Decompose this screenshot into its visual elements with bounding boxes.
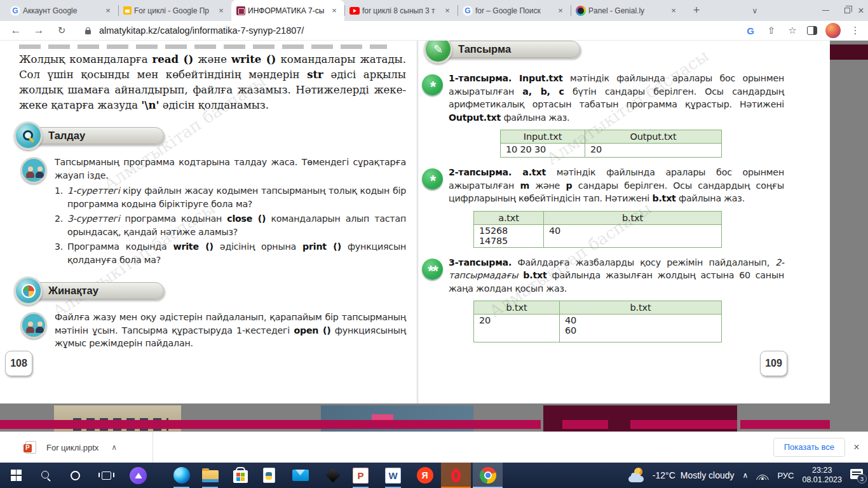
task-2: * 2-тапсырма. a.txt мәтіндік файлында ар…	[420, 166, 818, 205]
table-cell: 40	[544, 224, 722, 247]
notification-center-button[interactable]: 3	[850, 469, 864, 482]
text-segment: b.txt	[652, 193, 675, 203]
tab-google-search[interactable]: G for – Google Поиск ×	[458, 0, 571, 21]
python-file-button[interactable]	[254, 463, 284, 488]
wifi-icon[interactable]	[756, 471, 769, 480]
opera-button[interactable]	[441, 463, 471, 488]
side-panel-icon[interactable]	[807, 26, 817, 35]
text-segment: str	[307, 69, 323, 81]
tab-informatika-7-active[interactable]: ИНФОРМАТИКА 7-сы ×	[231, 0, 344, 21]
browser-toolbar: ← → ↻ almatykitap.kz/catalog/informatika…	[0, 21, 868, 41]
bookmark-star-icon[interactable]: ☆	[786, 25, 799, 36]
word-icon: W	[385, 468, 401, 484]
page-number-109: 109	[760, 351, 787, 376]
task-3-table: b.txtb.txt2040 60	[473, 301, 722, 342]
hidden-icons-caret[interactable]: ∧	[743, 471, 749, 480]
microsoft-store-button[interactable]	[226, 463, 255, 488]
forward-button[interactable]: →	[32, 24, 46, 37]
edge-button[interactable]	[166, 463, 196, 488]
cover-band	[0, 420, 541, 429]
tab-close-icon[interactable]: ×	[329, 6, 339, 16]
alice-assistant-icon	[130, 467, 147, 484]
group-work-icon	[20, 157, 47, 184]
tab-close-icon[interactable]: ×	[216, 6, 226, 16]
back-button[interactable]: ←	[9, 24, 23, 37]
cover-band	[740, 420, 830, 429]
section-synthesis: Жинақтау	[14, 276, 406, 305]
weather-widget[interactable]: -12°C Mostly cloudy	[628, 468, 735, 483]
minimize-button[interactable]	[816, 0, 835, 21]
clock[interactable]: 23:23 08.01.2023	[802, 466, 842, 485]
text-segment: Output.txt	[449, 112, 501, 123]
download-options-caret-icon[interactable]: ∧	[111, 443, 117, 452]
alice-button[interactable]	[123, 463, 153, 488]
book-favicon-icon	[236, 6, 245, 15]
powerpoint-button[interactable]: P	[346, 463, 376, 488]
tab-close-icon[interactable]: ×	[555, 6, 566, 16]
show-all-downloads-button[interactable]: Показать все	[773, 438, 845, 457]
text-segment: write ()	[173, 241, 213, 252]
text-segment: close ()	[227, 214, 266, 224]
download-item[interactable]: For циклі.pptx ∧	[25, 432, 117, 463]
powerpoint-icon: P	[353, 468, 369, 484]
tab-label: for циклі 8 сынып 3 т	[362, 6, 440, 15]
word-button[interactable]: W	[378, 463, 408, 488]
lock-icon[interactable]	[83, 27, 93, 34]
download-bar-close-icon[interactable]: ×	[850, 441, 863, 454]
google-shortcut-icon[interactable]: G	[744, 25, 757, 36]
start-button[interactable]	[1, 463, 31, 488]
text-segment: 1-тапсырма. Input.txt	[449, 73, 563, 83]
tab-genially[interactable]: Panel - Genial.ly ×	[571, 0, 684, 21]
edge-icon	[173, 467, 190, 484]
task-view-button[interactable]	[92, 463, 121, 488]
text-segment: программа кодынан	[120, 214, 227, 224]
text-segment: 3-суреттегі	[67, 214, 120, 224]
taskbar-search-button[interactable]	[31, 463, 61, 488]
book-carousel-strip: Мектеп кітапханасы	[0, 403, 830, 432]
tab-label: Panel - Genial.ly	[588, 6, 666, 15]
text-segment: open ()	[294, 325, 330, 336]
cropped-text-line	[19, 44, 387, 49]
tab-close-icon[interactable]: ×	[103, 6, 113, 16]
text-segment: Программа кодында	[67, 241, 173, 252]
cortana-button[interactable]	[60, 463, 90, 488]
address-bar[interactable]: almatykitap.kz/catalog/informatika-7-syn…	[99, 25, 744, 36]
inkscape-diamond-icon	[325, 468, 340, 483]
google-favicon-icon: G	[10, 6, 20, 16]
tab-youtube[interactable]: for циклі 8 сынып 3 т ×	[344, 0, 458, 21]
window-close-button[interactable]: ×	[854, 0, 868, 21]
download-bar: For циклі.pptx ∧ Показать все ×	[0, 432, 868, 463]
task-text: 3-тапсырма. Файлдарға жазбаларды қосу ре…	[449, 256, 784, 295]
mail-button[interactable]	[285, 463, 315, 488]
site-banner-fragment	[830, 44, 868, 60]
yandex-browser-button[interactable]: Я	[410, 463, 440, 488]
browser-menu-icon[interactable]: ⋮	[849, 25, 862, 36]
table-header-cell: b.txt	[474, 301, 560, 315]
tab-google-account[interactable]: G Аккаунт Google ×	[5, 0, 118, 21]
python-file-icon	[263, 468, 275, 483]
section-title: Тапсырма	[444, 41, 580, 58]
restore-button[interactable]	[839, 0, 855, 21]
text-segment: әдісінің орнына	[214, 241, 302, 252]
reload-button[interactable]: ↻	[55, 25, 69, 36]
inkscape-button[interactable]	[318, 463, 348, 488]
task-text: 2-тапсырма. a.txt мәтіндік файлында арал…	[449, 166, 784, 205]
table-header-cell: Input.txt	[501, 130, 585, 144]
new-tab-button[interactable]: +	[688, 2, 705, 20]
table-header-cell: a.txt	[474, 211, 544, 224]
section-title: Талдау	[34, 127, 164, 144]
table-header-cell: b.txt	[560, 301, 722, 315]
profile-avatar[interactable]	[825, 23, 841, 38]
file-explorer-button[interactable]	[195, 463, 225, 488]
tab-for-cycle-slides[interactable]: For циклі - Google Пр ×	[118, 0, 231, 21]
question-item: 1. 1-суреттегі кіру файлын жасау кодымен…	[55, 184, 406, 210]
share-icon[interactable]: ⇧	[765, 25, 778, 36]
chrome-button[interactable]	[473, 463, 503, 488]
tab-close-icon[interactable]: ×	[668, 6, 679, 16]
language-indicator[interactable]: РУС	[777, 471, 794, 480]
opera-icon	[451, 469, 461, 482]
analysis-intro-text: Тапсырманың программа кодтарына талдау ж…	[55, 156, 406, 182]
tab-close-icon[interactable]: ×	[442, 6, 452, 16]
tab-strip: G Аккаунт Google × For циклі - Google Пр…	[0, 0, 868, 21]
tab-search-chevron-icon[interactable]: ∨	[747, 0, 763, 21]
